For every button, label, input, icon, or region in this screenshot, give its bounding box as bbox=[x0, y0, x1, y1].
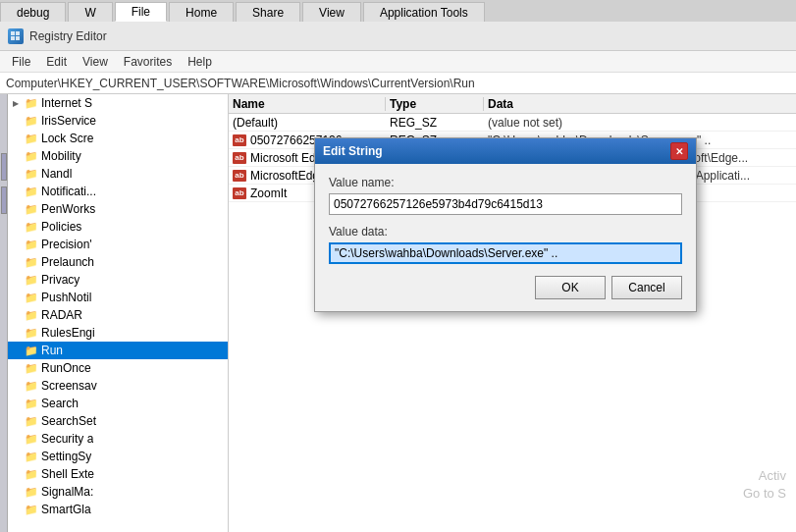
tree-item[interactable]: 📁RulesEngi bbox=[8, 324, 228, 342]
left-panel-item bbox=[1, 153, 7, 181]
row-type-cell: REG_SZ bbox=[386, 116, 484, 130]
folder-icon: 📁 bbox=[25, 133, 38, 144]
folder-icon: 📁 bbox=[25, 221, 38, 233]
folder-icon: 📁 bbox=[25, 504, 38, 515]
tab-view[interactable]: View bbox=[302, 2, 361, 22]
svg-rect-2 bbox=[11, 36, 15, 40]
title-bar: Registry Editor bbox=[0, 22, 796, 51]
tree-item[interactable]: 📁SearchSet bbox=[8, 412, 228, 430]
tree-item-label: PushNotil bbox=[41, 291, 91, 304]
tree-item-label: RulesEngi bbox=[41, 326, 95, 340]
menu-edit[interactable]: Edit bbox=[38, 53, 75, 71]
reg-sz-icon: ab bbox=[233, 187, 246, 199]
folder-icon: 📁 bbox=[25, 486, 38, 498]
tree-item[interactable]: 📁RADAR bbox=[8, 306, 228, 324]
reg-sz-icon: ab bbox=[233, 152, 246, 164]
tree-item[interactable]: 📁Shell Exte bbox=[8, 465, 228, 483]
tree-item-label: PenWorks bbox=[41, 202, 95, 216]
tree-item[interactable]: 📁PushNotil bbox=[8, 289, 228, 306]
menu-help[interactable]: Help bbox=[180, 53, 220, 71]
value-data-input[interactable] bbox=[329, 242, 682, 264]
tree-item[interactable]: 📁Mobility bbox=[8, 147, 228, 165]
tab-debug[interactable]: debug bbox=[0, 2, 66, 22]
tree-arrow-icon bbox=[10, 115, 22, 127]
value-name-input[interactable] bbox=[329, 193, 682, 215]
ok-button[interactable]: OK bbox=[535, 276, 606, 299]
tree-arrow-icon bbox=[10, 486, 22, 498]
tree-arrow-icon bbox=[10, 221, 22, 233]
svg-rect-0 bbox=[11, 31, 15, 35]
dialog-buttons: OK Cancel bbox=[329, 276, 682, 299]
folder-icon: 📁 bbox=[25, 398, 38, 409]
tree-arrow-icon bbox=[10, 433, 22, 445]
tree-item[interactable]: 📁Search bbox=[8, 395, 228, 412]
dialog-title: Edit String bbox=[323, 144, 383, 158]
tree-item[interactable]: 📁Precision' bbox=[8, 236, 228, 253]
table-row[interactable]: (Default)REG_SZ(value not set) bbox=[229, 114, 796, 132]
dialog-close-button[interactable]: ✕ bbox=[670, 142, 688, 160]
tree-item-label: Security a bbox=[41, 432, 93, 446]
tree-item[interactable]: 📁PenWorks bbox=[8, 200, 228, 218]
menu-view[interactable]: View bbox=[75, 53, 116, 71]
tree-arrow-icon bbox=[10, 504, 22, 515]
tree-item-label: SettingSy bbox=[41, 450, 91, 463]
tab-home[interactable]: Home bbox=[169, 2, 234, 22]
tree-arrow-icon bbox=[10, 327, 22, 339]
tree-item[interactable]: 📁Notificati... bbox=[8, 183, 228, 200]
tree-item[interactable]: 📁IrisService bbox=[8, 112, 228, 130]
tree-item-label: Nandl bbox=[41, 167, 72, 181]
left-panel bbox=[0, 94, 8, 532]
folder-icon: 📁 bbox=[25, 415, 38, 427]
tree-arrow-icon bbox=[10, 133, 22, 144]
tree-arrow-icon bbox=[10, 380, 22, 392]
folder-icon: 📁 bbox=[25, 256, 38, 268]
tree-item-label: Precision' bbox=[41, 238, 92, 251]
dialog-title-bar: Edit String ✕ bbox=[315, 138, 696, 164]
tree-item[interactable]: 📁Lock Scre bbox=[8, 130, 228, 147]
tree-item-label: Lock Scre bbox=[41, 132, 93, 145]
tab-bar: debug W File Home Share View Application… bbox=[0, 0, 796, 22]
edit-string-dialog: Edit String ✕ Value name: Value data: OK… bbox=[314, 137, 697, 312]
tree-item[interactable]: 📁Prelaunch bbox=[8, 253, 228, 271]
tree-item[interactable]: 📁SmartGla bbox=[8, 501, 228, 518]
folder-icon: 📁 bbox=[25, 115, 38, 127]
tab-w[interactable]: W bbox=[68, 2, 112, 22]
tree-arrow-icon bbox=[10, 415, 22, 427]
tree-item[interactable]: 📁Privacy bbox=[8, 271, 228, 289]
tree-item-label: IrisService bbox=[41, 114, 96, 128]
tree-item[interactable]: 📁SignalMa: bbox=[8, 483, 228, 501]
cancel-button[interactable]: Cancel bbox=[611, 276, 682, 299]
tree-arrow-icon bbox=[10, 345, 22, 356]
svg-rect-1 bbox=[16, 31, 20, 35]
tree-item[interactable]: 📁RunOnce bbox=[8, 359, 228, 377]
folder-icon: 📁 bbox=[25, 168, 38, 180]
tree-item[interactable]: 📁Nandl bbox=[8, 165, 228, 183]
value-name-label: Value name: bbox=[329, 176, 682, 189]
folder-icon: 📁 bbox=[25, 380, 38, 392]
tree-item[interactable]: 📁Policies bbox=[8, 218, 228, 236]
col-header-name: Name bbox=[229, 97, 386, 111]
tree-item-label: Policies bbox=[41, 220, 81, 234]
tab-apptools[interactable]: Application Tools bbox=[363, 2, 485, 22]
tab-file[interactable]: File bbox=[115, 2, 167, 22]
reg-sz-icon: ab bbox=[233, 134, 246, 146]
tree-item[interactable]: 📁Screensav bbox=[8, 377, 228, 395]
tree-item[interactable]: 📁Run bbox=[8, 342, 228, 359]
tree-item[interactable]: 📁SettingSy bbox=[8, 448, 228, 465]
tree-arrow-icon bbox=[10, 309, 22, 321]
row-data-cell: (value not set) bbox=[484, 116, 796, 130]
reg-sz-icon: ab bbox=[233, 170, 246, 182]
tree-item-label: Screensav bbox=[41, 379, 97, 393]
tree-item[interactable]: ▶📁Internet S bbox=[8, 94, 228, 112]
sidebar: ▶📁Internet S📁IrisService📁Lock Scre📁Mobil… bbox=[8, 94, 229, 532]
app-icon bbox=[8, 28, 24, 44]
menu-file[interactable]: File bbox=[4, 53, 38, 71]
table-header: Name Type Data bbox=[229, 94, 796, 114]
tab-share[interactable]: Share bbox=[236, 2, 300, 22]
tree-arrow-icon bbox=[10, 168, 22, 180]
tree-item[interactable]: 📁Security a bbox=[8, 430, 228, 448]
folder-icon: 📁 bbox=[25, 150, 38, 162]
tree-item-label: Run bbox=[41, 344, 63, 357]
menu-favorites[interactable]: Favorites bbox=[116, 53, 180, 71]
folder-icon: 📁 bbox=[25, 274, 38, 286]
